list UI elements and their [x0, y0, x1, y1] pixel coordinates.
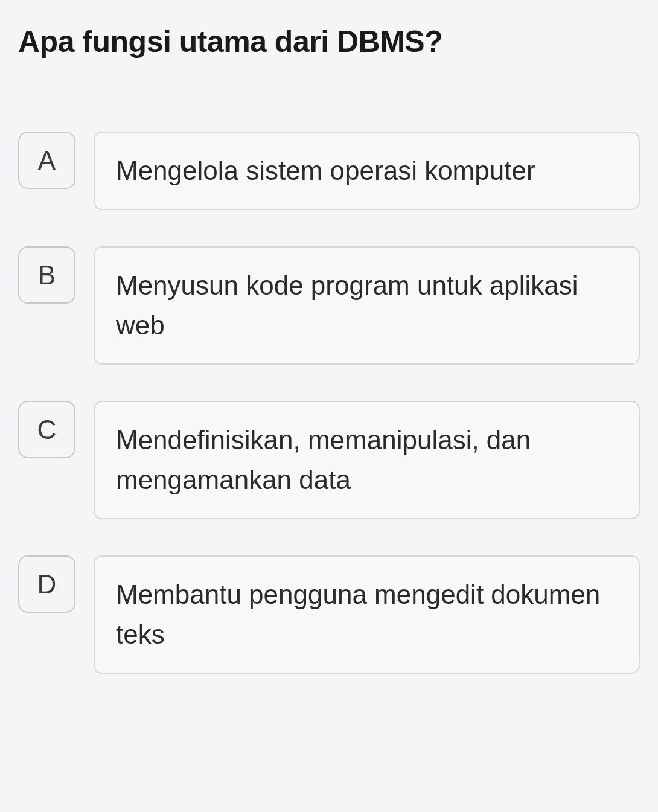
question-title: Apa fungsi utama dari DBMS?: [18, 24, 640, 59]
option-letter-a[interactable]: A: [18, 132, 75, 189]
option-text-a[interactable]: Mengelola sistem operasi komputer: [94, 132, 640, 210]
option-row-b: B Menyusun kode program untuk aplikasi w…: [18, 246, 640, 365]
option-letter-c[interactable]: C: [18, 401, 75, 458]
option-row-c: C Mendefinisikan, memanipulasi, dan meng…: [18, 401, 640, 519]
option-text-d[interactable]: Membantu pengguna mengedit dokumen teks: [94, 555, 640, 674]
option-letter-d[interactable]: D: [18, 555, 75, 613]
option-row-d: D Membantu pengguna mengedit dokumen tek…: [18, 555, 640, 674]
option-letter-b[interactable]: B: [18, 246, 75, 304]
options-container: A Mengelola sistem operasi komputer B Me…: [18, 132, 640, 674]
option-text-c[interactable]: Mendefinisikan, memanipulasi, dan mengam…: [94, 401, 640, 519]
option-text-b[interactable]: Menyusun kode program untuk aplikasi web: [94, 246, 640, 365]
option-row-a: A Mengelola sistem operasi komputer: [18, 132, 640, 210]
